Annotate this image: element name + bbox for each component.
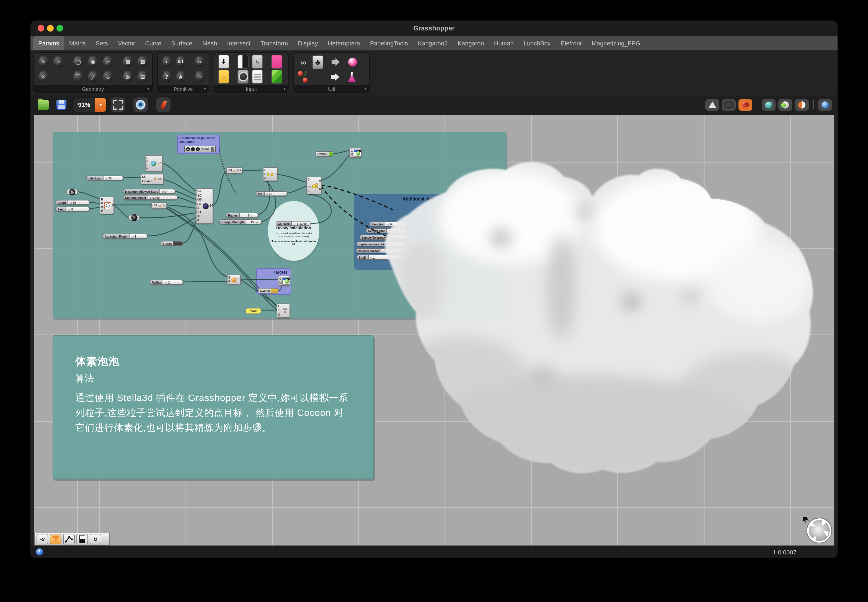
input-port[interactable]: E bbox=[308, 190, 311, 193]
lattice-param-icon[interactable]: ▦ bbox=[137, 56, 148, 68]
input-port[interactable]: M bbox=[351, 154, 353, 156]
expression-tool-button[interactable]: -x bbox=[37, 534, 48, 544]
menu-tab[interactable]: Sets bbox=[91, 36, 113, 51]
shaded-preview-button[interactable] bbox=[738, 99, 752, 111]
slider-radius-2[interactable]: Radius ◇ 2 bbox=[149, 280, 183, 285]
wire-tool-button[interactable] bbox=[63, 534, 75, 544]
menu-tab[interactable]: Transform bbox=[256, 36, 293, 51]
panel-icon[interactable] bbox=[252, 70, 263, 84]
swatch-color[interactable] bbox=[329, 152, 333, 156]
input-port[interactable]: R bbox=[229, 280, 230, 283]
menu-tab[interactable]: PanelingTools bbox=[365, 36, 413, 51]
output-port[interactable]: S bbox=[238, 278, 239, 281]
input-port[interactable]: P bbox=[264, 169, 267, 172]
teal-blob-preview-button[interactable] bbox=[762, 99, 776, 111]
input-port[interactable]: C bbox=[308, 178, 311, 181]
input-port[interactable]: G bbox=[351, 149, 353, 152]
input-port[interactable]: AF bbox=[197, 215, 202, 218]
blob-param-icon[interactable]: ◍ bbox=[122, 71, 134, 83]
slider-emitting-speed[interactable]: Emitting Speed ● 0.000 bbox=[123, 195, 178, 200]
orange-sphere-preview-button[interactable] bbox=[795, 99, 809, 111]
eraser-icon[interactable] bbox=[271, 55, 282, 69]
polyline-param-icon[interactable]: ╱ bbox=[87, 71, 99, 83]
timer-grip[interactable] bbox=[211, 146, 214, 152]
menu-tab[interactable]: Surface bbox=[166, 36, 197, 51]
slider-charge-strength[interactable]: Charge Strength 150 ◇ bbox=[219, 219, 262, 224]
menu-tab[interactable]: Kangaroo bbox=[452, 36, 489, 51]
zoom-extents-button[interactable] bbox=[111, 97, 125, 112]
timer-component[interactable]: ▶◔◎ 20 ms bbox=[184, 146, 216, 152]
plane-param-icon[interactable]: ▱ bbox=[102, 56, 114, 68]
shear-param-icon[interactable]: ✂ bbox=[194, 56, 205, 68]
input-port[interactable]: C bbox=[278, 313, 281, 316]
timer-tool-button[interactable]: ↻ bbox=[90, 534, 101, 544]
play-icon[interactable]: ▶ bbox=[186, 147, 190, 151]
input-port[interactable]: S bbox=[197, 207, 202, 209]
node-environment[interactable]: DFBN En bbox=[145, 155, 163, 172]
node-sphere[interactable]: BR S bbox=[227, 275, 241, 285]
relay-arrow-icon[interactable] bbox=[331, 58, 340, 66]
input-port[interactable]: SO bbox=[197, 194, 202, 197]
menu-tab[interactable]: Intersect bbox=[222, 36, 256, 51]
node-pts-stars[interactable]: Pts ★ S bbox=[151, 202, 167, 209]
paint-tool-button[interactable] bbox=[156, 97, 170, 112]
menu-tab[interactable]: Elefront bbox=[556, 36, 587, 51]
output-port[interactable]: En bbox=[158, 162, 161, 165]
input-port[interactable]: B bbox=[146, 164, 149, 166]
input-port[interactable]: G bbox=[279, 278, 282, 280]
text-param-icon[interactable]: A bbox=[175, 71, 186, 83]
pink-ball-icon[interactable] bbox=[348, 58, 357, 67]
surface-param-icon[interactable]: ▤ bbox=[137, 71, 148, 83]
slider-count[interactable]: Count ◇ 30 bbox=[55, 200, 90, 205]
notification-icon[interactable]: ! bbox=[36, 548, 43, 556]
zoom-control[interactable]: 91% ▾ bbox=[72, 97, 107, 112]
blue-sphere-preview-button[interactable] bbox=[818, 99, 832, 111]
input-port[interactable]: M bbox=[279, 281, 282, 284]
input-port[interactable]: CS bbox=[308, 186, 311, 189]
slider-attraction-factor[interactable]: Attraction Factor ◇ 1 bbox=[103, 234, 148, 239]
output-port[interactable]: M bbox=[319, 180, 321, 183]
input-port[interactable]: Pts bbox=[152, 204, 157, 207]
clock-icon[interactable]: ◔ bbox=[191, 147, 195, 151]
navigation-ball[interactable] bbox=[807, 518, 831, 543]
expand-arrow-icon[interactable]: ▾ bbox=[147, 86, 149, 91]
input-port[interactable]: R bbox=[101, 198, 103, 201]
graph-mapper-icon[interactable]: ~ bbox=[218, 70, 229, 84]
minimize-button[interactable] bbox=[47, 25, 54, 32]
zoom-button[interactable] bbox=[57, 25, 63, 32]
flask-icon[interactable] bbox=[348, 72, 356, 82]
node-point-charge[interactable]: PRS PC bbox=[263, 167, 278, 181]
wireframe-preview-button[interactable] bbox=[722, 99, 736, 111]
record-icon[interactable]: ◎ bbox=[196, 147, 200, 151]
null-param-icon[interactable]: ✕ bbox=[38, 71, 49, 83]
diamond-param-icon[interactable]: ◇ bbox=[102, 71, 114, 83]
output-port[interactable]: S bbox=[163, 204, 165, 207]
grasshopper-canvas[interactable]: 体素泡泡 算法 通过使用 Stella3d 插件在 Grasshopper 定义… bbox=[34, 115, 834, 545]
knob-icon[interactable] bbox=[238, 70, 248, 84]
node-so-pts[interactable]: SO ★ pts bbox=[226, 167, 242, 174]
input-port[interactable]: MS bbox=[197, 198, 202, 201]
input-port[interactable]: Init Acc bbox=[142, 180, 152, 183]
integer-param-icon[interactable]: 7 bbox=[162, 71, 172, 83]
menu-tab[interactable]: Params bbox=[33, 36, 64, 51]
boolean-param-icon[interactable]: ◐ bbox=[162, 56, 172, 68]
jitter-icon[interactable]: ϟ bbox=[252, 55, 263, 69]
output-port[interactable]: PC bbox=[274, 173, 278, 175]
node-swatch-top[interactable]: Swatch bbox=[316, 151, 333, 157]
input-port[interactable]: S bbox=[101, 206, 103, 209]
output-port[interactable]: R bbox=[319, 188, 321, 191]
slider-cell-size[interactable]: Cell Size ● 4.000 bbox=[276, 221, 311, 226]
save-file-button[interactable] bbox=[54, 97, 69, 112]
input-port[interactable]: SO bbox=[228, 169, 232, 172]
gradient-icon[interactable] bbox=[271, 70, 282, 84]
box-param-icon[interactable]: ▧ bbox=[122, 56, 134, 68]
node-target-panel[interactable]: Target bbox=[245, 308, 261, 314]
number-param-icon[interactable]: 0.1 bbox=[175, 56, 186, 68]
swatch-color[interactable] bbox=[271, 289, 278, 293]
input-port[interactable]: En bbox=[197, 190, 202, 193]
input-port[interactable]: S bbox=[264, 177, 267, 180]
input-port[interactable]: R bbox=[197, 219, 202, 222]
output-port[interactable]: SO bbox=[158, 178, 163, 181]
input-port[interactable]: N bbox=[101, 202, 103, 205]
input-port[interactable]: F bbox=[146, 160, 149, 163]
